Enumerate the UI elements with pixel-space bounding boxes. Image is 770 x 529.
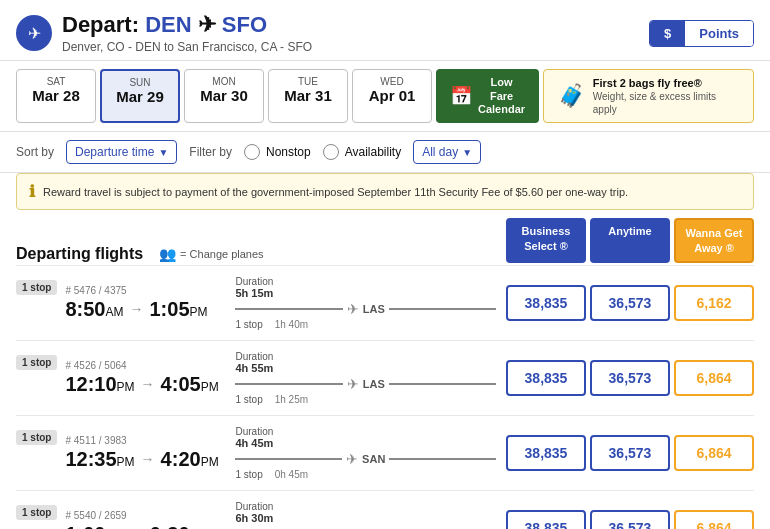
flight-info-2: # 4511 / 3983 12:35PM → 4:20PM: [65, 435, 225, 471]
wanna-fare-0[interactable]: 6,162: [674, 285, 754, 321]
anytime-header: Anytime: [590, 218, 670, 263]
day-date-0: Mar 28: [31, 87, 81, 104]
flights-header-row: Departing flights 👥 = Change planes Busi…: [16, 218, 754, 263]
sort-arrow-icon: ▼: [158, 147, 168, 158]
stop-count-0: 1 stop: [235, 319, 262, 330]
filter-label: Filter by: [189, 145, 232, 159]
wanna-fare-2[interactable]: 6,864: [674, 435, 754, 471]
business-select-header: BusinessSelect ®: [506, 218, 586, 263]
fare-cells-3: 38,835 36,573 6,864: [506, 510, 754, 529]
wanna-fare-1[interactable]: 6,864: [674, 360, 754, 396]
nonstop-label: Nonstop: [266, 145, 311, 159]
depart-title: Depart: DEN ✈ SFO: [62, 12, 312, 38]
duration-bar-0: ✈ LAS: [235, 301, 496, 317]
depart-prefix: Depart:: [62, 12, 139, 37]
day-date-4: Apr 01: [367, 87, 417, 104]
stop-badge-2: 1 stop: [16, 430, 57, 445]
low-fare-calendar-tab[interactable]: 📅 Low Fare Calendar: [436, 69, 539, 123]
change-planes-icon: 👥: [159, 246, 176, 262]
day-name-3: TUE: [283, 76, 333, 87]
fare-cells-0: 38,835 36,573 6,162: [506, 285, 754, 321]
day-name-2: MON: [199, 76, 249, 87]
flight-numbers-0: # 5476 / 4375: [65, 285, 225, 296]
flight-row-2: 1 stop # 4511 / 3983 12:35PM → 4:20PM Du…: [16, 415, 754, 490]
layover-time-0: 1h 40m: [275, 319, 308, 330]
bags-text: First 2 bags fly free® Weight, size & ex…: [593, 76, 739, 116]
anytime-fare-3[interactable]: 36,573: [590, 510, 670, 529]
day-date-3: Mar 31: [283, 87, 333, 104]
business-fare-2[interactable]: 38,835: [506, 435, 586, 471]
sort-select[interactable]: Departure time ▼: [66, 140, 177, 164]
business-fare-3[interactable]: 38,835: [506, 510, 586, 529]
allday-arrow-icon: ▼: [462, 147, 472, 158]
arrow-right-icon: →: [129, 301, 143, 317]
flight-times-2: 12:35PM → 4:20PM: [65, 448, 225, 471]
business-fare-1[interactable]: 38,835: [506, 360, 586, 396]
nonstop-toggle[interactable]: Nonstop: [244, 144, 311, 160]
flight-row-1: 1 stop # 4526 / 5064 12:10PM → 4:05PM Du…: [16, 340, 754, 415]
stop-badge-0: 1 stop: [16, 280, 57, 295]
route-subtitle: Denver, CO - DEN to San Francisco, CA - …: [62, 40, 312, 54]
arrow-right-icon-1: →: [141, 376, 155, 392]
availability-toggle[interactable]: Availability: [323, 144, 401, 160]
date-tab-1[interactable]: SUN Mar 29: [100, 69, 180, 123]
duration-line-end-0: [389, 308, 496, 310]
arrive-time-2: 4:20PM: [161, 448, 219, 471]
date-tab-0[interactable]: SAT Mar 28: [16, 69, 96, 123]
stopover-city-2: SAN: [362, 453, 385, 465]
depart-time-2: 12:35PM: [65, 448, 134, 471]
currency-button[interactable]: $: [650, 21, 685, 46]
date-tab-bar: SAT Mar 28 SUN Mar 29 MON Mar 30 TUE Mar…: [0, 61, 770, 132]
header-title-block: Depart: DEN ✈ SFO Denver, CO - DEN to Sa…: [62, 12, 312, 54]
fare-header-group: BusinessSelect ® Anytime Wanna GetAway ®: [506, 218, 754, 263]
stopover-city-1: LAS: [363, 378, 385, 390]
change-planes-label: 👥 = Change planes: [159, 246, 263, 262]
bag-icon: 🧳: [558, 83, 585, 109]
flight-row: 1 stop # 5476 / 4375 8:50AM → 1:05PM Dur…: [16, 265, 754, 340]
flight-row-3: 1 stop # 5540 / 2659 1:00PM → 6:30PM Dur…: [16, 490, 754, 529]
flight-duration-0: Duration 5h 15m ✈ LAS 1 stop 1h 40m: [225, 276, 506, 330]
arrive-time-3: 6:30PM: [149, 523, 207, 529]
info-banner: ℹ Reward travel is subject to payment of…: [16, 173, 754, 210]
info-icon: ℹ: [29, 182, 35, 201]
flight-duration-3: Duration 6h 30m ✈ PHX 1 stop 2h 25m: [225, 501, 506, 529]
date-tab-3[interactable]: TUE Mar 31: [268, 69, 348, 123]
anytime-fare-2[interactable]: 36,573: [590, 435, 670, 471]
wanna-fare-3[interactable]: 6,864: [674, 510, 754, 529]
wanna-get-away-header: Wanna GetAway ®: [674, 218, 754, 263]
bags-promo: 🧳 First 2 bags fly free® Weight, size & …: [543, 69, 754, 123]
stopover-plane-icon-0: ✈: [347, 301, 359, 317]
duration-label-0: Duration: [235, 276, 496, 287]
day-name-1: SUN: [116, 77, 164, 88]
sort-value: Departure time: [75, 145, 154, 159]
nonstop-toggle-circle: [244, 144, 260, 160]
currency-toggle[interactable]: $ Points: [649, 20, 754, 47]
flight-info-3: # 5540 / 2659 1:00PM → 6:30PM: [65, 510, 225, 529]
calendar-icon: 📅: [450, 85, 472, 107]
page-header: ✈ Depart: DEN ✈ SFO Denver, CO - DEN to …: [0, 0, 770, 61]
points-button[interactable]: Points: [685, 21, 753, 46]
day-date-1: Mar 29: [116, 88, 164, 105]
stopover-city-0: LAS: [363, 303, 385, 315]
date-tab-2[interactable]: MON Mar 30: [184, 69, 264, 123]
availability-toggle-circle: [323, 144, 339, 160]
depart-time-0: 8:50AM: [65, 298, 123, 321]
stop-badge-3: 1 stop: [16, 505, 57, 520]
business-fare-0[interactable]: 38,835: [506, 285, 586, 321]
day-date-2: Mar 30: [199, 87, 249, 104]
allday-value: All day: [422, 145, 458, 159]
airline-logo-icon: ✈: [16, 15, 52, 51]
date-tab-4[interactable]: WED Apr 01: [352, 69, 432, 123]
flight-numbers-1: # 4526 / 5064: [65, 360, 225, 371]
flight-info-1: # 4526 / 5064 12:10PM → 4:05PM: [65, 360, 225, 396]
flights-section: Departing flights 👥 = Change planes Busi…: [0, 218, 770, 529]
anytime-fare-0[interactable]: 36,573: [590, 285, 670, 321]
filter-bar: Sort by Departure time ▼ Filter by Nonst…: [0, 132, 770, 173]
fare-cells-2: 38,835 36,573 6,864: [506, 435, 754, 471]
stop-badge-1: 1 stop: [16, 355, 57, 370]
origin-code: DEN: [145, 12, 191, 37]
info-text: Reward travel is subject to payment of t…: [43, 186, 628, 198]
anytime-fare-1[interactable]: 36,573: [590, 360, 670, 396]
depart-time-3: 1:00PM: [65, 523, 123, 529]
allday-select[interactable]: All day ▼: [413, 140, 481, 164]
